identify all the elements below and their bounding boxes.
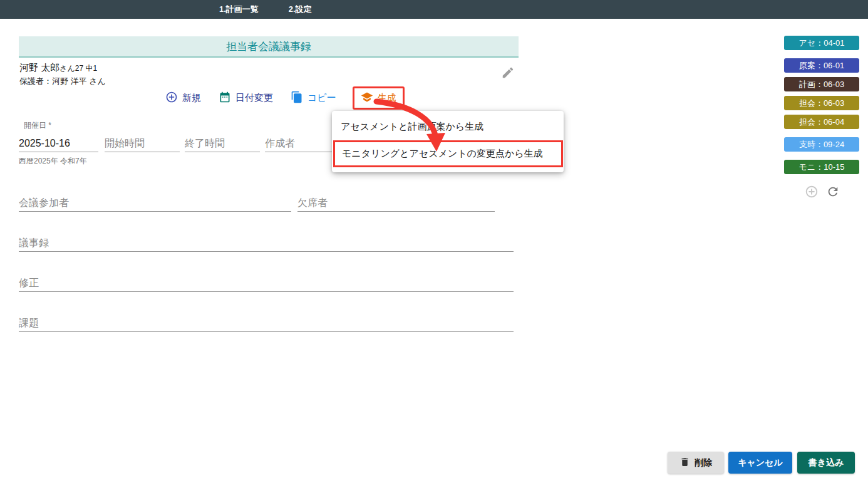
page-title: 担当者会議議事録 — [226, 39, 311, 54]
generate-button[interactable]: 生成 — [353, 86, 405, 110]
generate-menu: アセスメントと計画原案から生成 モニタリングとアセスメントの変更点から生成 — [332, 111, 564, 172]
edit-button[interactable] — [500, 66, 515, 81]
date-label: 開催日 * — [24, 120, 51, 131]
form-title-bar: 担当者会議議事録 — [19, 36, 519, 58]
calendar-icon — [219, 91, 231, 105]
patient-info: 河野 太郎さん27 中1 保護者：河野 洋平 さん — [19, 62, 106, 87]
tab-settings[interactable]: 2.設定 — [289, 4, 312, 15]
cancel-button-label: キャンセル — [738, 457, 783, 469]
author-input[interactable] — [265, 135, 340, 152]
write-button-label: 書き込み — [809, 457, 844, 469]
end-time-input[interactable] — [185, 135, 260, 152]
start-time-input[interactable] — [105, 135, 180, 152]
write-button[interactable]: 書き込み — [797, 452, 855, 474]
menu-item-generate-from-monitoring[interactable]: モニタリングとアセスメントの変更点から生成 — [333, 140, 563, 167]
delete-button-label: 削除 — [695, 457, 712, 469]
sidebar-badge-assessment[interactable]: アセ：04-01 — [784, 36, 859, 50]
sidebar-badge-draft[interactable]: 原案：06-01 — [784, 58, 859, 73]
delete-button[interactable]: 削除 — [668, 452, 724, 474]
sidebar-add-button[interactable] — [804, 185, 819, 200]
copy-button-label: コピー — [307, 92, 336, 104]
sidebar-badge-plan[interactable]: 計画：06-03 — [784, 77, 859, 91]
date-change-label: 日付変更 — [235, 92, 273, 104]
patient-name-suffix: さん27 中1 — [59, 64, 97, 73]
menu-item-generate-from-assessment-plan[interactable]: アセスメントと計画原案から生成 — [332, 115, 564, 139]
copy-button[interactable]: コピー — [287, 88, 340, 108]
patient-name-line: 河野 太郎さん27 中1 — [19, 62, 106, 74]
issues-input[interactable] — [19, 314, 514, 332]
trash-icon — [679, 457, 690, 469]
sidebar-badge-meeting-2[interactable]: 担会：06-04 — [784, 115, 859, 129]
sidebar-badge-meeting-1[interactable]: 担会：06-03 — [784, 96, 859, 110]
date-change-button[interactable]: 日付変更 — [215, 88, 277, 108]
date-input[interactable] — [19, 135, 98, 152]
top-nav: 1.計画一覧 2.設定 — [0, 0, 868, 19]
patient-name: 河野 太郎 — [19, 62, 59, 73]
sidebar-refresh-button[interactable] — [825, 185, 840, 200]
sidebar-badge-support-time[interactable]: 支時：09-24 — [784, 137, 859, 152]
guardian-line: 保護者：河野 洋平 さん — [19, 76, 106, 87]
new-button-label: 新規 — [182, 92, 201, 104]
add-circle-outline-icon — [805, 191, 819, 200]
app-window: 1.計画一覧 2.設定 担当者会議議事録 河野 太郎さん27 中1 保護者：河野… — [0, 0, 868, 478]
generate-button-label: 生成 — [378, 92, 396, 104]
revision-input[interactable] — [19, 274, 514, 292]
school-cap-icon — [361, 91, 373, 105]
participants-input[interactable] — [19, 194, 291, 212]
refresh-icon — [826, 191, 840, 200]
new-button[interactable]: 新規 — [162, 88, 205, 108]
copy-icon — [291, 91, 303, 105]
minutes-input[interactable] — [19, 234, 514, 252]
sidebar-badge-monitoring[interactable]: モニ：10-15 — [784, 160, 859, 174]
tab-plan-list[interactable]: 1.計画一覧 — [219, 4, 259, 15]
date-helper-text: 西暦2025年 令和7年 — [19, 156, 87, 167]
add-circle-icon — [165, 91, 178, 105]
record-toolbar: 新規 日付変更 コピー 生成 — [162, 86, 405, 109]
cancel-button[interactable]: キャンセル — [728, 452, 792, 474]
pencil-icon — [501, 72, 515, 81]
absentees-input[interactable] — [297, 194, 495, 212]
